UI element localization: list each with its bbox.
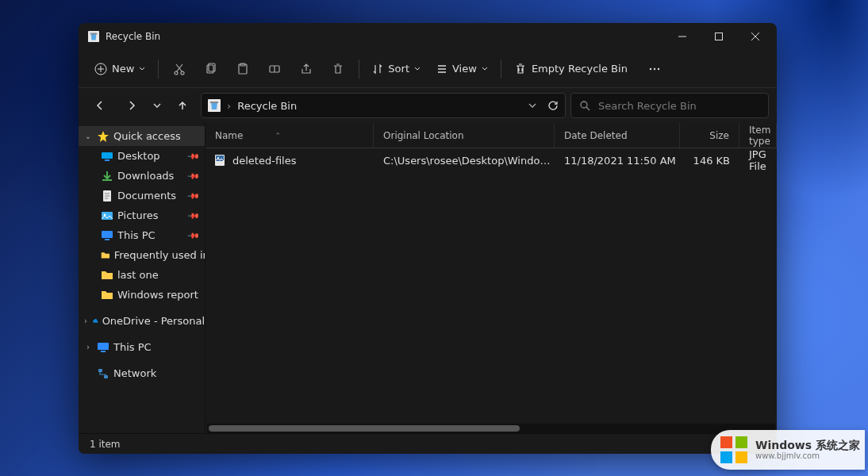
maximize-button[interactable] bbox=[701, 23, 737, 50]
sidebar-item-documents[interactable]: Documents 📌 bbox=[79, 186, 205, 205]
chevron-down-icon bbox=[414, 66, 421, 72]
svg-rect-26 bbox=[102, 231, 113, 238]
scrollbar-thumb[interactable] bbox=[209, 425, 520, 432]
svg-rect-31 bbox=[104, 375, 108, 378]
svg-rect-30 bbox=[98, 369, 102, 372]
star-icon bbox=[97, 130, 109, 143]
recent-locations-button[interactable] bbox=[150, 92, 164, 119]
rename-button[interactable] bbox=[260, 55, 289, 83]
sidebar-item-folder[interactable]: Windows report bbox=[79, 285, 205, 305]
desktop-icon bbox=[101, 150, 113, 163]
sidebar-item-downloads[interactable]: Downloads 📌 bbox=[79, 166, 205, 186]
breadcrumb: › Recycle Bin bbox=[227, 100, 522, 112]
new-button[interactable]: New bbox=[88, 55, 152, 83]
empty-label: Empty Recycle Bin bbox=[532, 63, 628, 75]
network-icon bbox=[97, 367, 109, 380]
sidebar-item-thispc-pinned[interactable]: This PC 📌 bbox=[79, 225, 205, 245]
share-button[interactable] bbox=[292, 55, 321, 83]
column-header-size[interactable]: Size bbox=[680, 123, 739, 148]
svg-point-14 bbox=[658, 67, 659, 69]
file-location: C:\Users\rosee\Desktop\Windows report\..… bbox=[374, 155, 555, 167]
sidebar-item-folder[interactable]: Frequently used images bbox=[79, 245, 205, 265]
pin-icon: 📌 bbox=[187, 169, 200, 182]
cut-button[interactable] bbox=[165, 55, 194, 83]
file-date: 11/18/2021 11:50 AM bbox=[555, 155, 680, 167]
minimize-button[interactable] bbox=[664, 23, 701, 50]
svg-rect-20 bbox=[102, 152, 113, 159]
sidebar-item-label: Pictures bbox=[117, 209, 158, 221]
sidebar-thispc[interactable]: › This PC bbox=[79, 337, 205, 357]
separator bbox=[158, 60, 159, 79]
watermark: Windows 系统之家 www.bjjmlv.com bbox=[711, 430, 865, 470]
window-title: Recycle Bin bbox=[106, 31, 664, 42]
search-box[interactable] bbox=[570, 93, 769, 118]
folder-icon bbox=[101, 289, 113, 301]
svg-point-6 bbox=[181, 71, 184, 75]
column-header-location[interactable]: Original Location bbox=[374, 123, 555, 148]
address-bar[interactable]: › Recycle Bin bbox=[201, 93, 566, 118]
file-list: Name⌃ Original Location Date Deleted Siz… bbox=[205, 123, 777, 433]
file-row[interactable]: deleted-files C:\Users\rosee\Desktop\Win… bbox=[205, 148, 777, 172]
pin-icon: 📌 bbox=[187, 149, 200, 162]
toolbar: New Sort View Empty Recycle Bin bbox=[79, 50, 777, 88]
svg-rect-27 bbox=[105, 239, 109, 240]
chevron-down-icon bbox=[139, 66, 145, 72]
chevron-right-icon: › bbox=[83, 343, 93, 351]
sidebar-item-label: Frequently used images bbox=[114, 249, 205, 261]
close-button[interactable] bbox=[737, 23, 774, 50]
view-button[interactable]: View bbox=[430, 55, 494, 83]
sidebar-item-pictures[interactable]: Pictures 📌 bbox=[79, 205, 205, 225]
onedrive-icon bbox=[92, 315, 98, 328]
file-name: deleted-files bbox=[232, 155, 296, 167]
forward-button[interactable] bbox=[118, 92, 145, 119]
navigation-pane: ⌄ Quick access Desktop 📌 Downloads 📌 Doc… bbox=[79, 123, 205, 433]
pin-icon: 📌 bbox=[187, 209, 200, 221]
chevron-down-icon[interactable] bbox=[528, 102, 536, 109]
svg-rect-22 bbox=[102, 179, 112, 181]
sidebar-quick-access[interactable]: ⌄ Quick access bbox=[79, 126, 205, 146]
folder-icon bbox=[101, 249, 110, 262]
sidebar-item-desktop[interactable]: Desktop 📌 bbox=[79, 146, 205, 166]
file-size: 146 KB bbox=[680, 155, 739, 167]
paste-button[interactable] bbox=[229, 55, 257, 83]
delete-button[interactable] bbox=[324, 55, 352, 83]
pictures-icon bbox=[101, 209, 113, 222]
sidebar-item-label: Desktop bbox=[117, 150, 160, 162]
sort-button[interactable]: Sort bbox=[366, 55, 427, 83]
sidebar-thispc-label: This PC bbox=[113, 341, 152, 353]
svg-rect-3 bbox=[716, 33, 723, 40]
sidebar-item-label: last one bbox=[117, 269, 159, 281]
titlebar: Recycle Bin bbox=[79, 23, 777, 50]
thispc-icon bbox=[101, 229, 113, 242]
chevron-right-icon: › bbox=[83, 317, 88, 325]
up-button[interactable] bbox=[169, 92, 196, 119]
sort-label: Sort bbox=[388, 63, 409, 75]
refresh-button[interactable] bbox=[547, 100, 559, 111]
sidebar-network[interactable]: › Network bbox=[79, 363, 205, 383]
svg-rect-17 bbox=[210, 102, 218, 103]
more-button[interactable] bbox=[640, 55, 669, 83]
back-button[interactable] bbox=[86, 92, 113, 119]
copy-button[interactable] bbox=[197, 55, 225, 83]
horizontal-scrollbar[interactable] bbox=[207, 424, 775, 433]
search-input[interactable] bbox=[598, 100, 760, 112]
search-icon bbox=[579, 100, 590, 111]
svg-point-18 bbox=[581, 102, 587, 108]
window-controls bbox=[664, 23, 774, 50]
watermark-line1: Windows 系统之家 bbox=[755, 439, 860, 452]
column-header-type[interactable]: Item type bbox=[739, 123, 777, 148]
empty-recycle-bin-button[interactable]: Empty Recycle Bin bbox=[508, 55, 634, 83]
file-explorer-window: Recycle Bin New Sort View bbox=[79, 23, 777, 454]
watermark-logo-icon bbox=[719, 435, 749, 465]
new-button-label: New bbox=[112, 63, 134, 75]
sidebar-network-label: Network bbox=[113, 367, 156, 379]
sidebar-item-folder[interactable]: last one bbox=[79, 265, 205, 285]
sidebar-item-label: Downloads bbox=[117, 170, 174, 182]
recycle-bin-icon bbox=[208, 99, 221, 112]
column-header-name[interactable]: Name⌃ bbox=[205, 123, 374, 148]
sidebar-onedrive[interactable]: › OneDrive - Personal bbox=[79, 311, 205, 331]
navigation-row: › Recycle Bin bbox=[79, 88, 777, 123]
column-header-date[interactable]: Date Deleted bbox=[555, 123, 680, 148]
svg-point-13 bbox=[654, 67, 655, 69]
breadcrumb-item[interactable]: Recycle Bin bbox=[237, 100, 297, 112]
